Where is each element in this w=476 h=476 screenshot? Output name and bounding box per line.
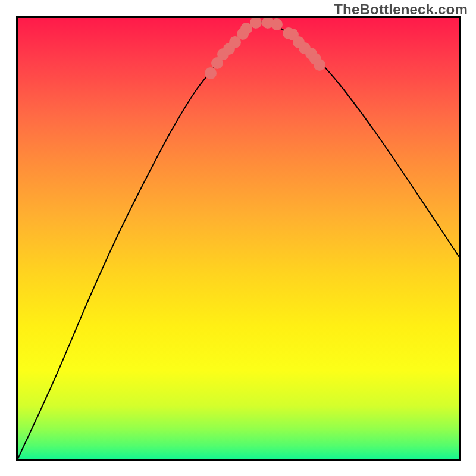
highlight-point bbox=[271, 18, 283, 30]
chart-frame: TheBottleneck.com bbox=[0, 0, 476, 476]
chart-svg bbox=[18, 18, 459, 459]
highlight-point bbox=[205, 67, 217, 79]
bottleneck-curve bbox=[18, 23, 459, 459]
plot-area bbox=[16, 16, 461, 461]
highlight-points-group bbox=[205, 17, 325, 79]
highlight-point bbox=[314, 59, 325, 71]
highlight-point bbox=[250, 17, 262, 29]
watermark-label: TheBottleneck.com bbox=[334, 1, 468, 18]
